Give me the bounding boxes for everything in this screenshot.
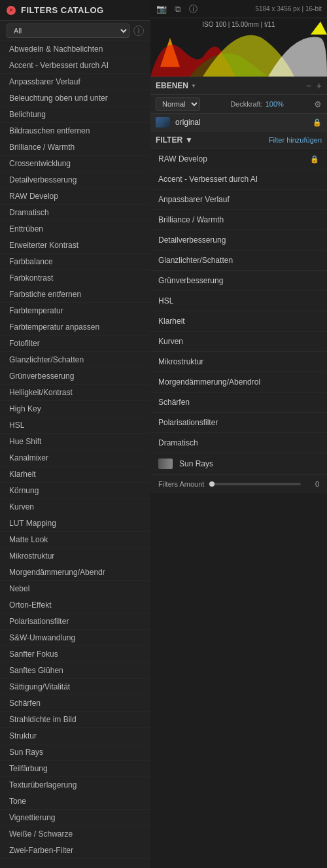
filter-item[interactable]: LUT Mapping [0,515,150,532]
layers-title[interactable]: EBENEN ▼ [156,81,196,90]
filter-item[interactable]: Enttrüben [0,221,150,237]
filters-title[interactable]: FILTER ▼ [156,135,193,145]
close-button[interactable] [7,6,16,15]
filter-item[interactable]: Sun Rays [0,744,150,761]
filter-entry[interactable]: Dramatisch [150,433,327,453]
filter-all-select[interactable]: All [7,24,129,38]
filter-item[interactable]: Teilfärbung [0,761,150,777]
filter-entry[interactable]: Polarisationsfilter [150,413,327,433]
add-filter-button[interactable]: Filter hinzufügen [269,136,322,144]
filter-item[interactable]: Kanalmixer [0,450,150,466]
filter-item[interactable]: Crossentwicklung [0,156,150,172]
filter-entry-name: Kurven [158,337,319,346]
filter-item[interactable]: Grünverbesserung [0,368,150,385]
filter-entry-name: RAW Develop [158,154,310,164]
amount-slider-thumb[interactable] [209,481,215,487]
filter-entry[interactable]: Schärfen [150,392,327,413]
gear-icon[interactable]: ⚙ [314,99,322,109]
filter-item[interactable]: Detailverbesserung [0,172,150,188]
filters-amount-row: Filters Amount 0 [150,475,327,493]
blend-mode-select[interactable]: Normal [156,97,200,111]
filter-item[interactable]: Farbkontrast [0,270,150,286]
filter-entry[interactable]: Morgendämmerung/Abendrol [150,372,327,392]
filter-item[interactable]: Sanftes Glühen [0,663,150,679]
filter-entry-name: Dramatisch [158,438,319,447]
filter-item[interactable]: Nebel [0,581,150,597]
filter-item[interactable]: Kurven [0,499,150,515]
filter-item[interactable]: Farbstiche entfernen [0,286,150,303]
layers-actions: − + [306,81,322,90]
filter-item[interactable]: Beleuchtung oben und unter [0,90,150,107]
filter-entry[interactable]: Sun Rays [150,453,327,475]
filter-entry[interactable]: Detailverbesserung [150,230,327,251]
filter-entry[interactable]: HSL [150,291,327,311]
filter-item[interactable]: Helligkeit/Kontrast [0,385,150,401]
blend-row: Normal Deckkraft: 100% ⚙ [150,95,327,114]
filter-item[interactable]: HSL [0,417,150,434]
layers-minus-button[interactable]: − [306,81,311,90]
filter-item[interactable]: Sanfter Fokus [0,646,150,663]
filter-item[interactable]: Brilliance / Warmth [0,139,150,156]
filter-item[interactable]: Zwei-Farben-Filter [0,842,150,859]
filter-item[interactable]: Klarheit [0,466,150,483]
filter-item[interactable]: Texturüberlagerung [0,777,150,793]
filter-entry-name: HSL [158,296,319,305]
filter-entry[interactable]: Klarheit [150,311,327,332]
filters-header: FILTER ▼ Filter hinzufügen [150,131,327,149]
filter-item[interactable]: Sättigung/Vitalität [0,679,150,695]
lock-icon: 🔒 [310,155,319,164]
filter-item[interactable]: RAW Develop [0,188,150,205]
filter-item[interactable]: Körnung [0,483,150,499]
filter-item[interactable]: Schärfen [0,695,150,712]
filter-entry[interactable]: Accent - Verbessert durch AI [150,169,327,190]
layers-plus-button[interactable]: + [317,81,322,90]
filter-item[interactable]: Farbbalance [0,254,150,270]
layer-row: original 🔒 [150,114,327,131]
filter-item[interactable]: Weiße / Schwarze [0,826,150,842]
amount-slider[interactable] [209,483,301,485]
filter-item[interactable]: Matte Look [0,532,150,548]
filter-item[interactable]: Accent - Verbessert durch AI [0,58,150,74]
filter-item[interactable]: Mikrostruktur [0,548,150,564]
filter-item[interactable]: Glanzlichter/Schatten [0,352,150,368]
filter-item[interactable]: Hue Shift [0,434,150,450]
filter-entry[interactable]: Anpassbarer Verlauf [150,190,327,210]
filter-entry[interactable]: Mikrostruktur [150,352,327,372]
filter-entry[interactable]: Kurven [150,332,327,352]
filter-item[interactable]: Vignettierung [0,810,150,826]
filter-item[interactable]: Farbtemperatur anpassen [0,319,150,336]
filter-entry[interactable]: RAW Develop🔒 [150,149,327,169]
filter-entry-name: Mikrostruktur [158,357,319,366]
filter-item[interactable]: Strahldichte im Bild [0,712,150,728]
opacity-value[interactable]: 100% [266,100,284,108]
info-circle-icon[interactable]: ⓘ [187,3,199,15]
filter-item[interactable]: Dramatisch [0,205,150,221]
filter-entry-name: Schärfen [158,398,319,407]
filter-item[interactable]: High Key [0,401,150,417]
filter-item[interactable]: Bildrauschen entfernen [0,123,150,139]
filters-amount-label: Filters Amount [158,480,204,488]
filter-item[interactable]: Farbtemperatur [0,303,150,319]
filter-list: Abwedeln & NachbelichtenAccent - Verbess… [0,41,150,868]
filter-item[interactable]: Abwedeln & Nachbelichten [0,41,150,58]
filter-item[interactable]: Struktur [0,728,150,744]
filter-entry-name: Glanzlichter/Schatten [158,256,319,265]
filter-item[interactable]: Orton-Effekt [0,597,150,614]
filter-entry[interactable]: Brilliance / Warmth [150,210,327,230]
filter-item[interactable]: Morgendämmerung/Abendr [0,564,150,581]
filter-item[interactable]: Anpassbarer Verlauf [0,74,150,90]
filter-item[interactable]: S&W-Umwandlung [0,630,150,646]
filter-item[interactable]: Polarisationsfilter [0,614,150,630]
layer-name: original [175,118,307,127]
filter-entry[interactable]: Glanzlichter/Schatten [150,251,327,271]
filter-item[interactable]: Erweiterter Kontrast [0,237,150,254]
filter-item[interactable]: Belichtung [0,107,150,123]
layers-icon[interactable]: ⧉ [171,3,183,15]
filter-item[interactable]: Fotofilter [0,336,150,352]
filter-entry[interactable]: Grünverbesserung [150,271,327,291]
photo-icon[interactable]: 📷 [156,3,167,15]
info-icon[interactable]: i [133,26,144,36]
filter-item[interactable]: Tone [0,793,150,810]
filter-entry-name: Detailverbesserung [158,235,319,245]
filter-entry-name: Klarheit [158,317,319,326]
